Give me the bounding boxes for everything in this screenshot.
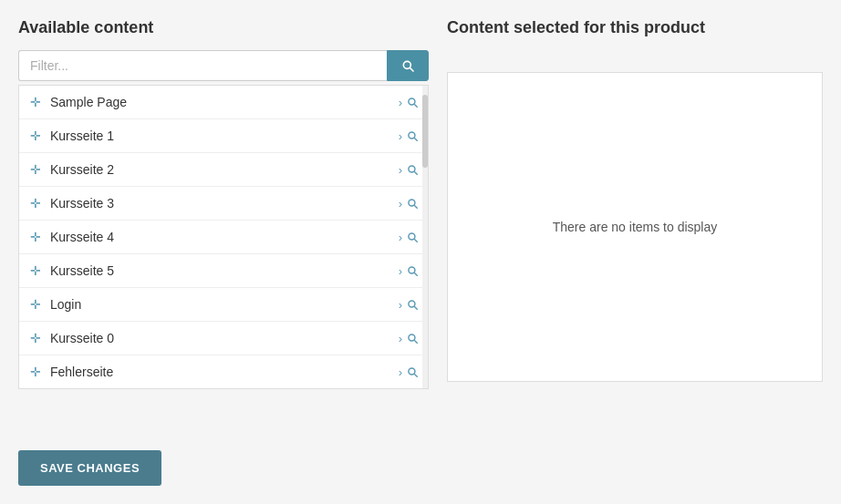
item-label: Kursseite 5 (50, 263, 399, 278)
chevron-right-icon[interactable]: › (399, 332, 402, 345)
item-label: Kursseite 3 (50, 196, 399, 211)
search-button[interactable] (387, 50, 429, 81)
item-label: Fehlerseite (50, 365, 399, 379)
item-actions: › (399, 332, 419, 345)
list-item[interactable]: ✛ Kursseite 5 › (19, 254, 428, 288)
item-search-icon[interactable] (406, 163, 419, 176)
drag-handle-icon: ✛ (30, 196, 41, 211)
drag-handle-icon: ✛ (30, 297, 41, 312)
chevron-right-icon[interactable]: › (399, 365, 402, 379)
drag-handle-icon: ✛ (30, 331, 41, 345)
drag-handle-icon: ✛ (30, 365, 41, 379)
item-search-icon[interactable] (406, 96, 419, 108)
scrollbar-track (422, 86, 428, 388)
chevron-right-icon[interactable]: › (399, 264, 402, 278)
item-search-icon[interactable] (406, 332, 419, 345)
empty-message: There are no items to display (553, 220, 718, 234)
item-label: Login (50, 297, 399, 312)
selected-content-box: There are no items to display (447, 72, 823, 382)
filter-input[interactable] (18, 50, 387, 81)
item-label: Kursseite 4 (50, 230, 399, 244)
item-actions: › (399, 129, 419, 143)
chevron-right-icon[interactable]: › (399, 129, 402, 143)
item-actions: › (399, 231, 419, 244)
item-search-icon[interactable] (406, 231, 419, 243)
item-actions: › (399, 365, 419, 379)
drag-handle-icon: ✛ (30, 162, 41, 177)
item-label: Sample Page (50, 95, 399, 109)
item-label: Kursseite 0 (50, 331, 399, 345)
item-actions: › (399, 163, 419, 177)
items-list-container: ✛ Sample Page › ✛ Kursseite 1 › ✛ Kursse… (18, 85, 429, 389)
chevron-right-icon[interactable]: › (399, 298, 402, 312)
drag-handle-icon: ✛ (30, 129, 41, 143)
left-panel: Available content ✛ Sample Page › ✛ Kur (18, 18, 429, 432)
list-item[interactable]: ✛ Fehlerseite › (19, 355, 428, 388)
item-label: Kursseite 2 (50, 162, 399, 177)
chevron-right-icon[interactable]: › (399, 231, 402, 244)
list-item[interactable]: ✛ Kursseite 3 › (19, 187, 428, 221)
drag-handle-icon: ✛ (30, 263, 41, 278)
scrollbar-thumb[interactable] (422, 95, 428, 168)
list-item[interactable]: ✛ Kursseite 4 › (19, 221, 428, 254)
chevron-right-icon[interactable]: › (399, 197, 402, 211)
item-search-icon[interactable] (406, 197, 419, 210)
item-search-icon[interactable] (406, 298, 419, 311)
list-item[interactable]: ✛ Sample Page › (19, 86, 428, 119)
list-item[interactable]: ✛ Kursseite 2 › (19, 153, 428, 187)
item-search-icon[interactable] (406, 264, 419, 277)
drag-handle-icon: ✛ (30, 230, 41, 244)
left-panel-title: Available content (18, 18, 429, 37)
right-panel: Content selected for this product There … (447, 18, 823, 432)
footer: SAVE CHANGES (0, 432, 841, 504)
item-actions: › (399, 197, 419, 211)
item-search-icon[interactable] (406, 129, 419, 142)
item-actions: › (399, 264, 419, 278)
item-label: Kursseite 1 (50, 129, 399, 143)
drag-handle-icon: ✛ (30, 95, 41, 109)
search-icon (400, 58, 415, 73)
list-item[interactable]: ✛ Kursseite 1 › (19, 119, 428, 153)
main-content: Available content ✛ Sample Page › ✛ Kur (0, 0, 841, 432)
chevron-right-icon[interactable]: › (399, 163, 402, 177)
items-list: ✛ Sample Page › ✛ Kursseite 1 › ✛ Kursse… (19, 86, 428, 388)
item-search-icon[interactable] (406, 365, 419, 378)
item-actions: › (399, 96, 419, 109)
search-bar (18, 50, 429, 81)
chevron-right-icon[interactable]: › (399, 96, 402, 109)
list-item[interactable]: ✛ Kursseite 0 › (19, 322, 428, 355)
save-changes-button[interactable]: SAVE CHANGES (18, 450, 161, 486)
right-panel-title: Content selected for this product (447, 18, 823, 37)
list-item[interactable]: ✛ Login › (19, 288, 428, 322)
item-actions: › (399, 298, 419, 312)
